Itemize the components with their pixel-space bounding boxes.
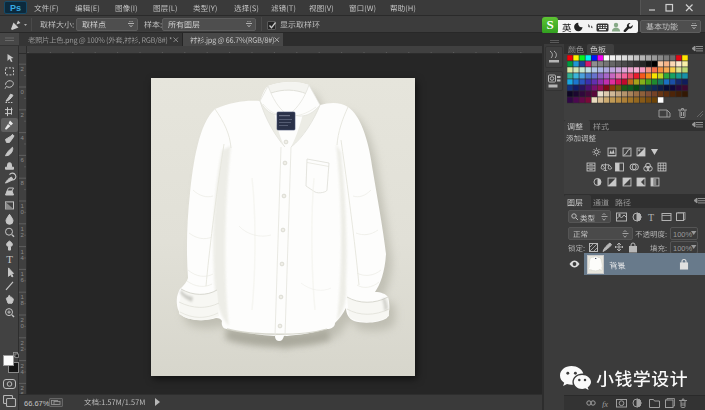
svg-text:2: 2 bbox=[21, 232, 25, 238]
svg-text:8: 8 bbox=[21, 300, 25, 306]
svg-text:fx: fx bbox=[602, 399, 608, 409]
svg-text:6: 6 bbox=[21, 157, 25, 163]
svg-text:6: 6 bbox=[21, 277, 25, 283]
svg-text:2: 2 bbox=[21, 112, 25, 118]
svg-text:2: 2 bbox=[21, 346, 25, 352]
svg-text:0: 0 bbox=[21, 209, 25, 215]
svg-text:0: 0 bbox=[21, 323, 25, 329]
svg-text:2: 2 bbox=[21, 66, 25, 72]
svg-text:T: T bbox=[6, 253, 13, 265]
svg-text:8: 8 bbox=[21, 180, 25, 186]
svg-text:T: T bbox=[648, 212, 654, 222]
svg-text:4: 4 bbox=[21, 255, 25, 261]
svg-text:0: 0 bbox=[21, 89, 25, 95]
svg-text:4: 4 bbox=[21, 369, 25, 375]
svg-text:4: 4 bbox=[21, 135, 25, 141]
